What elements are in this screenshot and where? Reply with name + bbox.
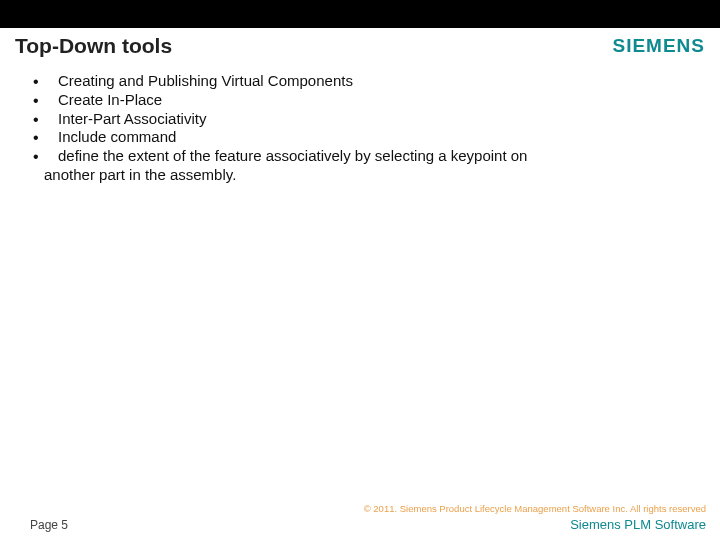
slide: Top-Down tools SIEMENS •Creating and Pub… bbox=[0, 0, 720, 540]
siemens-logo: SIEMENS bbox=[612, 35, 705, 57]
bullet-text-continuation: another part in the assembly. bbox=[28, 166, 690, 185]
bullet-text: Creating and Publishing Virtual Componen… bbox=[58, 72, 353, 89]
bullet-text: Inter-Part Associativity bbox=[58, 110, 206, 127]
footer: © 2011. Siemens Product Lifecycle Manage… bbox=[0, 503, 720, 532]
bullet-dot-icon: • bbox=[33, 128, 39, 148]
bullet-dot-icon: • bbox=[33, 147, 39, 167]
list-item: •Inter-Part Associativity bbox=[28, 110, 690, 129]
list-item: •Include command bbox=[28, 128, 690, 147]
bullet-dot-icon: • bbox=[33, 110, 39, 130]
slide-title: Top-Down tools bbox=[15, 34, 172, 58]
bullet-text: Include command bbox=[58, 128, 176, 145]
bullet-list: •Creating and Publishing Virtual Compone… bbox=[28, 72, 690, 166]
list-item: •Create In-Place bbox=[28, 91, 690, 110]
copyright-text: © 2011. Siemens Product Lifecycle Manage… bbox=[30, 503, 706, 514]
page-number: Page 5 bbox=[30, 518, 68, 532]
bullet-dot-icon: • bbox=[33, 91, 39, 111]
list-item: •Creating and Publishing Virtual Compone… bbox=[28, 72, 690, 91]
bullet-text: define the extent of the feature associa… bbox=[58, 147, 527, 164]
content-area: •Creating and Publishing Virtual Compone… bbox=[0, 68, 720, 185]
header-row: Top-Down tools SIEMENS bbox=[0, 28, 720, 68]
list-item: •define the extent of the feature associ… bbox=[28, 147, 690, 166]
top-black-band bbox=[0, 0, 720, 28]
bullet-dot-icon: • bbox=[33, 72, 39, 92]
footer-brand: Siemens PLM Software bbox=[570, 517, 706, 532]
footer-row: Page 5 Siemens PLM Software bbox=[30, 517, 706, 532]
bullet-text: Create In-Place bbox=[58, 91, 162, 108]
